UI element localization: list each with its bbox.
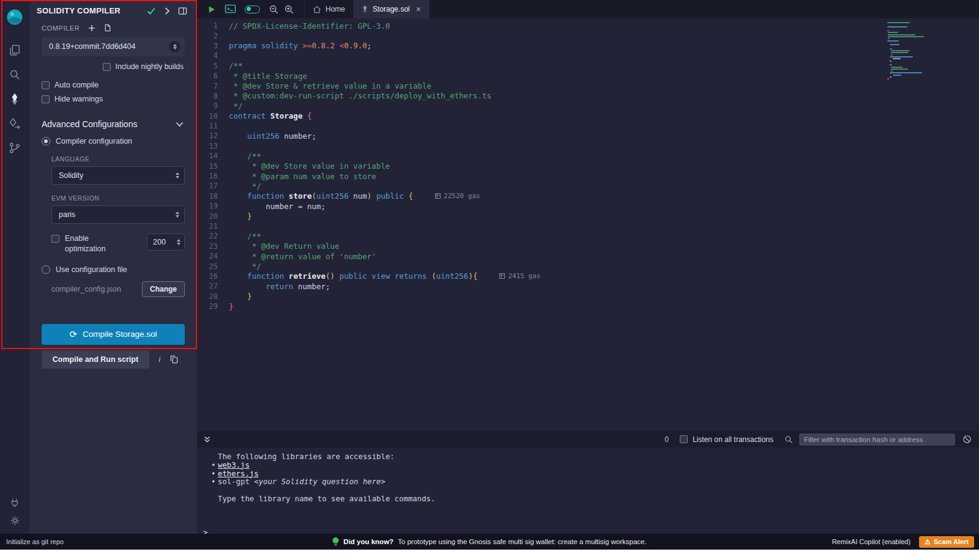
code-line[interactable]: 27 return number; [197, 281, 979, 291]
code-line[interactable]: 24 * @return value of 'number' [197, 251, 979, 261]
code-line[interactable]: 10contract Storage { [197, 111, 979, 121]
close-tab-icon[interactable]: × [416, 4, 421, 14]
search-icon[interactable] [0, 62, 29, 87]
compile-button[interactable]: ⟳ Compile Storage.sol [42, 324, 185, 345]
code-line[interactable]: 12 uint256 number; [197, 131, 979, 141]
code-line[interactable]: 15 * @dev Store value in variable [197, 161, 979, 171]
info-icon[interactable]: i [158, 355, 161, 364]
terminal-list-item: •sol-gpt <your Solidity question here> [197, 478, 979, 487]
run-script-play-icon[interactable] [207, 4, 216, 15]
code-text: contract Storage { [229, 111, 311, 120]
transaction-count-badge: 0 [664, 435, 669, 444]
code-line[interactable]: 3pragma solidity >=0.8.2 <0.9.0; [197, 41, 979, 51]
evm-version-select[interactable]: paris [51, 205, 185, 224]
library-link[interactable]: web3.js [218, 461, 250, 470]
plugin-manager-icon[interactable] [0, 496, 29, 510]
library-link[interactable]: ethers.js [218, 470, 259, 478]
tab-storage-sol[interactable]: Storage.sol × [354, 0, 430, 18]
copy-icon[interactable] [170, 355, 178, 364]
line-number: 28 [197, 292, 229, 301]
git-init-status[interactable]: Initialize as git repo [6, 538, 64, 545]
code-line[interactable]: 28 } [197, 292, 979, 301]
editor-tab-bar: Home Storage.sol × [197, 0, 979, 18]
editor-minimap[interactable] [887, 22, 955, 81]
deploy-and-run-icon[interactable] [0, 111, 29, 136]
code-line[interactable]: 14 /** [197, 151, 979, 161]
scam-alert-badge[interactable]: ⚠ Scam Alert [919, 536, 974, 548]
code-line[interactable]: 4 [197, 51, 979, 61]
advanced-configurations-toggle[interactable]: Advanced Configurations [42, 119, 185, 129]
remix-logo-icon[interactable] [0, 5, 29, 29]
code-editor[interactable]: 1// SPDX-License-Identifier: GPL-3.023pr… [197, 18, 979, 431]
code-line[interactable]: 11 [197, 121, 979, 131]
transaction-filter-input[interactable] [799, 433, 955, 446]
copilot-status[interactable]: RemixAI Copilot (enabled) [832, 538, 910, 545]
terminal-output-area[interactable]: The following libraries are accessible:•… [197, 448, 979, 534]
change-config-button[interactable]: Change [142, 281, 185, 297]
code-line[interactable]: 19 number = num; [197, 201, 979, 211]
tab-label: Storage.sol [373, 5, 410, 13]
code-line[interactable]: 21 [197, 221, 979, 231]
code-line[interactable]: 23 * @dev Return value [197, 241, 979, 251]
terminal-window-icon[interactable] [225, 4, 236, 14]
code-line[interactable]: 22 /** [197, 231, 979, 241]
code-line[interactable]: 26 function retrieve() public view retur… [197, 271, 979, 281]
gas-estimate-badge[interactable]: 22520 gas [435, 192, 480, 200]
expand-terminal-icon[interactable] [203, 435, 211, 443]
code-line[interactable]: 29} [197, 301, 979, 311]
file-explorer-icon[interactable] [0, 38, 29, 62]
code-line[interactable]: 18 function store(uint256 num) public {2… [197, 191, 979, 201]
tab-home[interactable]: Home [304, 0, 354, 18]
code-text: } [229, 292, 252, 301]
include-nightly-checkbox[interactable] [103, 63, 111, 71]
screenshot-margin [0, 550, 979, 560]
language-select[interactable]: Solidity [51, 166, 185, 185]
code-line[interactable]: 20 } [197, 211, 979, 221]
code-line[interactable]: 7 * @dev Store & retrieve value in a var… [197, 81, 979, 90]
chevron-right-icon[interactable] [163, 7, 171, 15]
compiler-configuration-radio[interactable]: Compiler configuration [42, 137, 185, 146]
code-line[interactable]: 1// SPDX-License-Identifier: GPL-3.0 [197, 21, 979, 31]
line-number: 24 [197, 252, 229, 260]
panel-layout-icon[interactable] [178, 7, 187, 15]
tab-label: Home [326, 5, 345, 13]
solidity-compiler-icon[interactable] [0, 87, 29, 111]
home-icon [313, 6, 321, 13]
clear-console-icon[interactable] [962, 435, 972, 444]
refresh-icon: ⟳ [69, 330, 77, 339]
auto-compile-checkbox[interactable] [42, 81, 50, 89]
compiler-version-select[interactable]: 0.8.19+commit.7dd6d404 [42, 37, 185, 56]
compile-and-run-button[interactable]: Compile and Run script [42, 350, 149, 369]
line-number: 2 [197, 32, 229, 40]
code-line[interactable]: 16 * @param num value to store [197, 171, 979, 181]
spinner-arrows-icon[interactable] [177, 239, 181, 245]
hide-warnings-checkbox[interactable] [42, 95, 50, 103]
terminal-prompt[interactable]: > [197, 528, 979, 534]
code-text: /** [229, 152, 261, 161]
terminal-search-icon[interactable] [784, 435, 793, 444]
optimization-runs-input[interactable]: 200 [147, 234, 185, 251]
line-number: 14 [197, 152, 229, 160]
code-line[interactable]: 6 * @title Storage [197, 71, 979, 81]
open-file-icon[interactable] [104, 24, 111, 32]
line-number: 4 [197, 51, 229, 60]
add-compiler-plus-icon[interactable] [88, 24, 95, 32]
code-line[interactable]: 8 * @custom:dev-run-script ./scripts/dep… [197, 91, 979, 101]
gas-estimate-badge[interactable]: 2415 gas [499, 272, 540, 280]
code-line[interactable]: 25 */ [197, 261, 979, 271]
line-number: 3 [197, 42, 229, 50]
zoom-out-icon[interactable] [269, 4, 279, 15]
enable-optimization-checkbox[interactable] [51, 235, 59, 243]
code-line[interactable]: 17 */ [197, 181, 979, 191]
use-configuration-file-radio[interactable]: Use configuration file [42, 265, 185, 274]
code-line[interactable]: 5/** [197, 61, 979, 71]
code-line[interactable]: 13 [197, 141, 979, 151]
listen-all-transactions-checkbox[interactable] [680, 435, 688, 443]
code-text: uint256 number; [229, 131, 316, 141]
code-line[interactable]: 2 [197, 31, 979, 40]
code-line[interactable]: 9 */ [197, 101, 979, 111]
preview-toggle[interactable] [245, 6, 260, 13]
settings-gear-icon[interactable] [0, 513, 29, 528]
zoom-in-icon[interactable] [284, 4, 294, 15]
source-control-icon[interactable] [0, 136, 29, 160]
